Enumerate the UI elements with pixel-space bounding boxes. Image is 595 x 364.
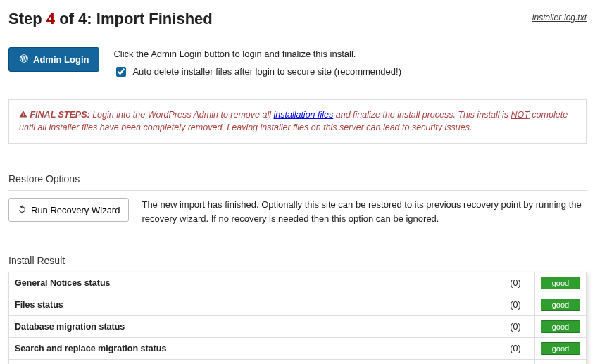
status-badge: good xyxy=(541,342,580,355)
restore-description: The new import has finished. Optionally … xyxy=(142,198,587,225)
table-row: Plugins(0)good xyxy=(9,360,587,364)
step-prefix: Step xyxy=(8,10,42,27)
table-row: Search and replace migration status(0)go… xyxy=(9,338,587,360)
page-title: Step 4 of 4: Import Finished xyxy=(8,10,213,28)
installer-log-link[interactable]: installer-log.txt xyxy=(532,10,587,23)
installation-files-link[interactable]: installation files xyxy=(273,110,333,120)
result-label: Database migration status xyxy=(9,316,496,338)
result-label: General Notices status xyxy=(9,272,496,294)
table-row: General Notices status(0)good xyxy=(9,272,587,294)
result-label: Files status xyxy=(9,294,496,316)
admin-login-label: Admin Login xyxy=(33,54,89,65)
run-recovery-label: Run Recovery Wizard xyxy=(31,205,120,215)
result-badge-cell: good xyxy=(535,294,587,316)
page-header: Step 4 of 4: Import Finished installer-l… xyxy=(8,10,587,34)
result-count: (0) xyxy=(496,294,535,316)
install-result-table: General Notices status(0)goodFiles statu… xyxy=(8,272,587,364)
result-badge-cell: good xyxy=(535,316,587,338)
auto-delete-checkbox[interactable] xyxy=(116,67,126,77)
login-section: Admin Login Click the Admin Login button… xyxy=(8,47,587,80)
result-count: (0) xyxy=(496,360,535,364)
restore-section: Run Recovery Wizard The new import has f… xyxy=(8,190,587,225)
run-recovery-button[interactable]: Run Recovery Wizard xyxy=(8,198,129,222)
restore-heading: Restore Options xyxy=(8,173,587,184)
result-count: (0) xyxy=(496,338,535,360)
status-badge: good xyxy=(541,320,580,333)
warning-title: FINAL STEPS: xyxy=(30,110,89,120)
step-of: of 4: xyxy=(59,10,92,27)
final-steps-warning: FINAL STEPS: Login into the WordPress Ad… xyxy=(8,99,587,144)
status-badge: good xyxy=(541,299,580,311)
undo-icon xyxy=(18,204,27,215)
install-result-heading: Install Result xyxy=(8,255,587,266)
wordpress-icon xyxy=(19,54,29,65)
auto-delete-label: Auto delete installer files after login … xyxy=(132,65,401,80)
warning-text-2: and finalize the install process. This i… xyxy=(336,110,508,120)
login-instruction: Click the Admin Login button to login an… xyxy=(113,47,401,62)
warning-text-1: Login into the WordPress Admin to remove… xyxy=(92,110,271,120)
step-number: 4 xyxy=(46,10,55,27)
auto-delete-row[interactable]: Auto delete installer files after login … xyxy=(113,65,401,80)
result-label: Search and replace migration status xyxy=(9,338,496,360)
result-label: Plugins xyxy=(9,360,496,364)
table-row: Files status(0)good xyxy=(9,294,587,316)
result-badge-cell: good xyxy=(535,272,587,294)
result-badge-cell: good xyxy=(535,360,587,364)
status-badge: good xyxy=(541,277,580,289)
result-count: (0) xyxy=(496,316,535,338)
table-row: Database migration status(0)good xyxy=(9,316,587,338)
warning-not: NOT xyxy=(511,110,529,120)
admin-login-button[interactable]: Admin Login xyxy=(8,47,99,72)
warning-icon xyxy=(19,110,30,120)
result-badge-cell: good xyxy=(535,338,587,360)
step-title: Import Finished xyxy=(96,10,213,27)
result-count: (0) xyxy=(496,272,535,294)
